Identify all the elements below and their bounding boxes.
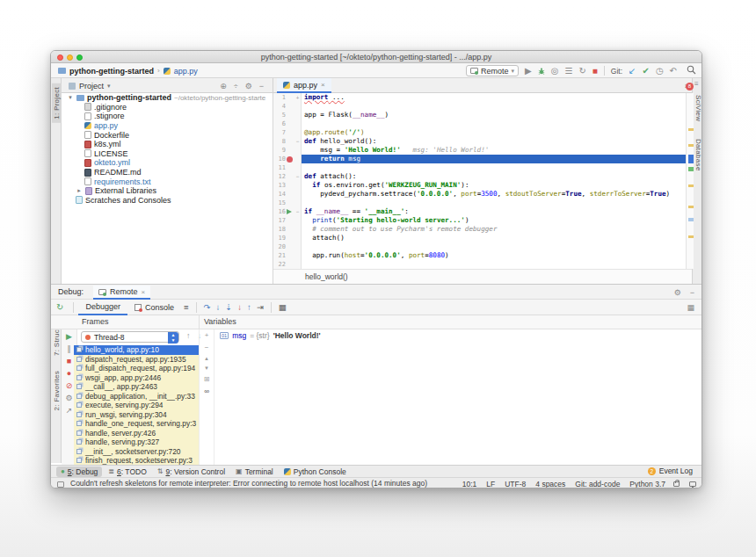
thread-selector[interactable]: Thread-8 ▲▼ xyxy=(81,331,179,343)
rollback-button[interactable]: ↶ xyxy=(670,65,677,76)
gutter-marker-cell[interactable] xyxy=(286,199,294,207)
frame-row[interactable]: hello_world, app.py:10 xyxy=(74,345,199,355)
inspection-error-badge[interactable]: 8 xyxy=(686,83,694,90)
async-stacks-icon[interactable]: ∞ xyxy=(204,387,209,395)
tool-window-toggle-icon[interactable] xyxy=(57,481,64,488)
event-log-button[interactable]: 2 Event Log xyxy=(648,465,693,477)
fold-marker[interactable] xyxy=(294,190,302,199)
gutter-marker-cell[interactable] xyxy=(286,251,294,260)
code-line-text[interactable]: print('Starting hello-world server...') xyxy=(302,216,686,225)
chevron-down-icon[interactable]: ▾ xyxy=(107,83,111,90)
breadcrumb-project[interactable]: python-getting-started xyxy=(69,67,154,76)
pause-button[interactable]: ∥ xyxy=(67,344,71,353)
evaluate-expression-button[interactable]: ▦ xyxy=(276,302,289,312)
code-line-text[interactable]: app = Flask(__name__) xyxy=(302,111,686,119)
code-line-text[interactable]: msg = 'Hello World!' msg: 'Hello World!' xyxy=(302,146,686,155)
frame-row[interactable]: dispatch_request, app.py:1935 xyxy=(74,355,199,365)
step-into-button[interactable]: ↓ xyxy=(213,302,222,312)
code-line-4[interactable]: 4 xyxy=(273,102,686,111)
tree-item--stignore[interactable]: .stignore xyxy=(62,112,273,121)
code-line-text[interactable]: attach() xyxy=(302,234,686,242)
code-line-text[interactable]: def attach(): xyxy=(302,172,686,181)
code-line-text[interactable] xyxy=(302,119,686,128)
status-item-5[interactable]: Python 3.7 xyxy=(629,480,665,488)
status-item-2[interactable]: UTF-8 xyxy=(505,480,526,488)
error-stripe-mark[interactable] xyxy=(688,128,694,131)
code-line-text[interactable]: # comment out to use Pycharm's remote de… xyxy=(302,225,686,234)
gutter-marker-cell[interactable] xyxy=(286,137,294,146)
code-line-text[interactable]: return msg xyxy=(302,155,686,163)
tree-item-external-libraries[interactable]: ▸External Libraries xyxy=(62,186,273,196)
frame-up-button[interactable]: ↑ xyxy=(186,331,191,340)
gutter-marker-cell[interactable] xyxy=(286,260,294,269)
project-settings-button[interactable]: ⚙ xyxy=(245,82,252,90)
tab-console[interactable]: Console xyxy=(127,300,181,315)
gutter-marker-cell[interactable] xyxy=(286,234,294,242)
fold-marker[interactable] xyxy=(294,102,302,111)
mute-breakpoints-button[interactable]: ⊘ xyxy=(66,381,73,390)
gutter-marker-cell[interactable] xyxy=(286,181,294,190)
code-line-6[interactable]: 6 xyxy=(273,119,686,128)
chevron-down-icon[interactable]: ▾ xyxy=(67,94,74,101)
run-to-cursor-button[interactable]: ⇥ xyxy=(254,302,266,312)
fold-marker[interactable]: + xyxy=(294,93,302,102)
run-button[interactable]: ▶ xyxy=(525,65,532,76)
add-watch-button[interactable]: + xyxy=(205,331,209,339)
fold-marker[interactable] xyxy=(294,216,302,225)
tree-item-requirements-txt[interactable]: requirements.txt xyxy=(62,177,273,186)
code-line-20[interactable]: 20 xyxy=(273,242,686,251)
step-out-button[interactable]: ↑ xyxy=(244,302,254,312)
stripe-menu-icon[interactable]: ≡ xyxy=(694,80,699,88)
move-up-icon[interactable]: ▲ xyxy=(204,356,209,361)
code-line-10[interactable]: 10 return msg xyxy=(273,155,686,163)
frame-row[interactable]: full_dispatch_request, app.py:194 xyxy=(74,364,199,373)
gutter-marker-cell[interactable] xyxy=(286,119,294,128)
debug-settings-button[interactable]: ⚙ xyxy=(65,394,72,402)
gutter-marker-cell[interactable] xyxy=(286,155,294,163)
frame-row[interactable]: debug_application, __init__.py:33 xyxy=(74,392,199,401)
frame-row[interactable]: __init__, socketserver.py:720 xyxy=(74,447,199,457)
gutter-marker-cell[interactable] xyxy=(286,128,294,137)
fold-marker[interactable] xyxy=(294,163,302,172)
fold-marker[interactable]: − xyxy=(294,137,302,146)
sidebar-tab-sciview[interactable]: SciView xyxy=(694,92,702,124)
debug-button[interactable] xyxy=(538,68,545,75)
tree-item-okteto-yml[interactable]: okteto.yml xyxy=(62,158,273,168)
chevron-right-icon[interactable]: ▸ xyxy=(76,187,83,194)
toolwindow-tab-python-console[interactable]: Python Console xyxy=(280,467,351,477)
toolwindow-tab--debug[interactable]: ●5: Debug xyxy=(56,467,102,477)
error-stripe-scrollbar[interactable] xyxy=(686,93,694,269)
gutter-marker-cell[interactable] xyxy=(286,163,294,172)
frame-row[interactable]: handle_one_request, serving.py:3 xyxy=(74,419,199,429)
run-configuration-select[interactable]: Remote ▾ xyxy=(466,65,519,76)
code-line-17[interactable]: 17 print('Starting hello-world server...… xyxy=(273,216,686,225)
error-stripe-mark[interactable] xyxy=(688,144,694,147)
toolwindow-tab-terminal[interactable]: ▣Terminal xyxy=(231,467,278,477)
stop-button[interactable]: ■ xyxy=(67,357,71,365)
code-line-text[interactable]: pydevd_pycharm.settrace('0.0.0.0', port=… xyxy=(302,190,686,199)
toolwindow-tab--version-control[interactable]: ⇅9: Version Control xyxy=(153,467,229,477)
gutter-marker-cell[interactable] xyxy=(286,111,294,119)
code-line-15[interactable]: 15 xyxy=(273,199,686,207)
code-line-text[interactable] xyxy=(302,102,686,111)
move-down-icon[interactable]: ▼ xyxy=(204,365,209,371)
step-into-my-code-button[interactable]: ⇣ xyxy=(222,302,235,312)
gutter-marker-cell[interactable] xyxy=(286,190,294,199)
code-line-16[interactable]: 16−if __name__ == '__main__': xyxy=(273,207,686,216)
view-breakpoints-button[interactable]: ● xyxy=(67,369,71,378)
fold-marker[interactable] xyxy=(294,181,302,190)
frames-list[interactable]: hello_world, app.py:10dispatch_request, … xyxy=(74,345,199,465)
step-over-button[interactable]: ↷ xyxy=(201,302,214,312)
tree-root-row[interactable]: ▾python-getting-started~/okteto/python-g… xyxy=(62,93,273,103)
fold-marker[interactable] xyxy=(294,119,302,128)
code-line-12[interactable]: 12−def attach(): xyxy=(273,172,686,181)
stop-button[interactable]: ■ xyxy=(592,65,598,76)
hide-debug-panel-icon[interactable]: − xyxy=(690,288,694,297)
sidebar-tab-favorites[interactable]: 2: Favorites xyxy=(52,368,62,413)
gutter-marker-cell[interactable] xyxy=(286,172,294,181)
profiler-button[interactable]: ☰ xyxy=(564,65,572,76)
history-button[interactable]: ◷ xyxy=(656,65,664,76)
lock-icon[interactable] xyxy=(673,481,680,487)
thread-selector-stepper[interactable]: ▲▼ xyxy=(168,332,178,344)
frame-row[interactable]: wsgi_app, app.py:2446 xyxy=(74,373,199,383)
